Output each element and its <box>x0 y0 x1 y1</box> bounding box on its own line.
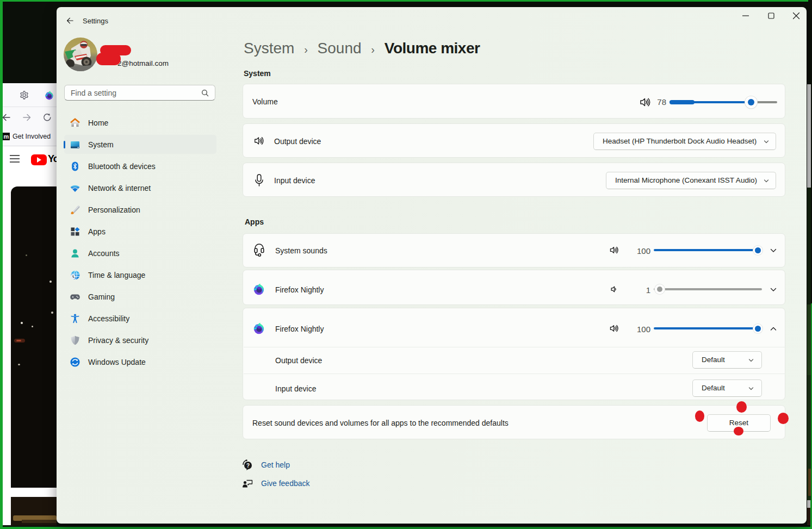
svg-text:?: ? <box>246 463 250 469</box>
